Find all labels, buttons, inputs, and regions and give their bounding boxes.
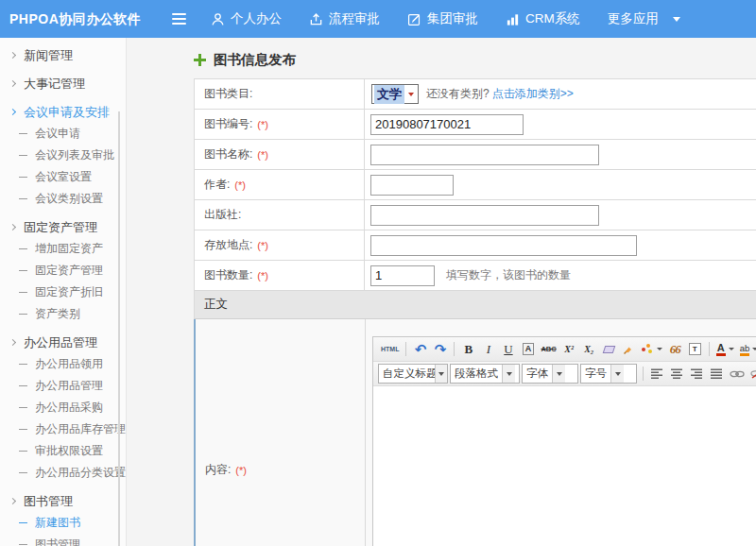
field-label: 出版社:	[195, 200, 365, 230]
subscript-button[interactable]: X₂	[580, 340, 598, 359]
sidebar-item-supplies-category-settings[interactable]: 办公用品分类设置	[0, 462, 126, 484]
sidebar-item-memorabilia[interactable]: 大事记管理	[0, 73, 126, 94]
sidebar-item-fixed-asset-depreciation[interactable]: 固定资产折旧	[0, 282, 126, 303]
form-row-publisher: 出版社:	[194, 200, 756, 230]
nav-label: 流程审批	[329, 10, 380, 27]
sidebar-item-supplies-purchase[interactable]: 办公用品采购	[0, 397, 126, 418]
form-row-category: 图书类目: 文学 还没有类别? 点击添加类别>>	[194, 79, 756, 110]
nav-more-apps[interactable]: 更多应用	[608, 10, 680, 27]
sidebar-item-meeting-request[interactable]: 会议申请及安排	[0, 101, 126, 123]
palette-icon	[642, 344, 654, 355]
book-no-input[interactable]	[370, 114, 524, 135]
sidebar-item-asset-category[interactable]: 资产类别	[0, 303, 126, 325]
sidebar-item-news[interactable]: 新闻管理	[0, 44, 126, 66]
quantity-input[interactable]	[370, 265, 435, 286]
select-arrow-icon	[404, 93, 418, 96]
menu-toggle-icon[interactable]	[172, 13, 186, 27]
paragraph-format-select[interactable]: 段落格式	[450, 364, 520, 384]
sidebar-item-book-management[interactable]: 图书管理	[0, 490, 126, 512]
sidebar-item-supplies-management[interactable]: 办公用品管理	[0, 375, 126, 397]
category-select[interactable]: 文学	[371, 84, 419, 104]
editor-canvas[interactable]	[373, 386, 756, 546]
sidebar-item-meeting-list-approval[interactable]: 会议列表及审批	[0, 145, 126, 166]
sidebar-item-add-fixed-asset[interactable]: 增加固定资产	[0, 238, 126, 260]
dash-icon	[19, 429, 27, 430]
sidebar-item-meeting-category-settings[interactable]: 会议类别设置	[0, 188, 126, 210]
font-color-button[interactable]: A	[714, 340, 736, 359]
insert-link-button[interactable]	[728, 365, 747, 384]
align-left-button[interactable]	[648, 365, 666, 384]
sidebar-item-supplies-inventory[interactable]: 办公用品库存管理	[0, 418, 126, 440]
chevron-right-icon	[9, 224, 16, 230]
sidebar-item-fixed-assets[interactable]: 固定资产管理	[0, 216, 126, 238]
sidebar-item-meeting-apply[interactable]: 会议申请	[0, 123, 126, 145]
required-marker: (*)	[257, 119, 268, 130]
book-name-input[interactable]	[370, 145, 599, 165]
form-row-location: 存放地点:(*)	[194, 230, 756, 261]
nav-workflow-approval[interactable]: 流程审批	[309, 10, 380, 27]
caret-down-icon	[657, 348, 662, 350]
nav-personal-office[interactable]: 个人办公	[211, 10, 282, 27]
custom-title-select[interactable]: 自定义标题	[378, 364, 448, 384]
nav-label: CRM系统	[525, 10, 580, 27]
author-input[interactable]	[370, 175, 454, 196]
strikethrough-button[interactable]: ABC	[539, 340, 558, 359]
category-hint: 还没有类别?	[426, 86, 490, 102]
book-form: 图书类目: 文学 还没有类别? 点击添加类别>> 图书编号:(*) 图书名称:(…	[194, 78, 756, 546]
sidebar-item-office-supplies[interactable]: 办公用品管理	[0, 332, 126, 353]
align-right-button[interactable]	[688, 365, 706, 384]
sidebar-item-fixed-asset-management[interactable]: 固定资产管理	[0, 260, 126, 282]
form-row-quantity: 图书数量:(*) 填写数字，该图书的数量	[194, 261, 756, 291]
page-title: 图书信息发布	[194, 51, 296, 69]
dash-icon	[19, 314, 27, 315]
eraser-button[interactable]	[600, 340, 618, 359]
eraser-icon	[602, 346, 615, 353]
caret-down-icon	[752, 348, 756, 350]
font-size-select[interactable]: 字号	[580, 364, 637, 384]
sidebar-item-book-management-sub[interactable]: 图书管理	[0, 534, 126, 546]
redo-button[interactable]: ↷	[431, 340, 449, 359]
format-brush-button[interactable]	[620, 340, 638, 359]
superscript-button[interactable]: X²	[560, 340, 578, 359]
required-marker: (*)	[234, 179, 246, 191]
blockquote-button[interactable]: 66	[666, 340, 684, 359]
sidebar-item-approval-permission-settings[interactable]: 审批权限设置	[0, 440, 126, 462]
align-justify-button[interactable]	[708, 365, 726, 384]
undo-button[interactable]: ↶	[411, 340, 429, 359]
nav-label: 个人办公	[231, 10, 282, 27]
required-marker: (*)	[235, 465, 247, 476]
add-category-link[interactable]: 点击添加类别>>	[492, 86, 574, 102]
body-section-header: 正文	[194, 291, 756, 319]
align-right-icon	[691, 368, 703, 379]
chevron-right-icon	[9, 109, 16, 115]
sidebar-item-meeting-room-settings[interactable]: 会议室设置	[0, 166, 126, 188]
paste-icon: T	[689, 343, 701, 355]
nav-group-approval[interactable]: 集团审批	[407, 10, 478, 27]
paste-plain-button[interactable]: T	[686, 340, 704, 359]
font-style-button[interactable]: A	[519, 340, 537, 359]
form-row-book-name: 图书名称:(*)	[194, 140, 756, 170]
link-icon	[730, 369, 745, 379]
form-row-content: 内容:(*) HTML ↶ ↷ B I U A ABC X²	[194, 319, 756, 546]
publisher-input[interactable]	[370, 205, 599, 226]
align-center-button[interactable]	[668, 365, 686, 384]
color-palette-button[interactable]	[640, 340, 664, 359]
main-content: 图书信息发布 图书类目: 文学 还没有类别? 点击添加类别>> 图书编号:(*)…	[128, 38, 756, 546]
rich-text-editor: HTML ↶ ↷ B I U A ABC X² X₂	[372, 336, 756, 546]
field-label: 图书编号:(*)	[195, 110, 365, 139]
nav-crm-system[interactable]: CRM系统	[506, 10, 580, 27]
location-input[interactable]	[370, 235, 637, 256]
sidebar-item-new-book[interactable]: 新建图书	[0, 512, 126, 534]
toolbar-separator	[405, 342, 406, 356]
remove-link-button[interactable]	[748, 365, 756, 384]
underline-button[interactable]: U	[499, 340, 517, 359]
caret-down-icon	[729, 348, 734, 350]
bold-button[interactable]: B	[459, 340, 477, 359]
italic-button[interactable]: I	[479, 340, 497, 359]
editor-toolbar-row2: 自定义标题 段落格式 字体 字号	[373, 362, 756, 386]
sidebar-item-supplies-claim[interactable]: 办公用品领用	[0, 353, 126, 375]
font-family-select[interactable]: 字体	[522, 364, 578, 384]
highlight-color-button[interactable]: ab	[738, 340, 756, 359]
sidebar-scrollbar[interactable]	[118, 111, 120, 546]
html-source-button[interactable]: HTML	[379, 340, 401, 359]
